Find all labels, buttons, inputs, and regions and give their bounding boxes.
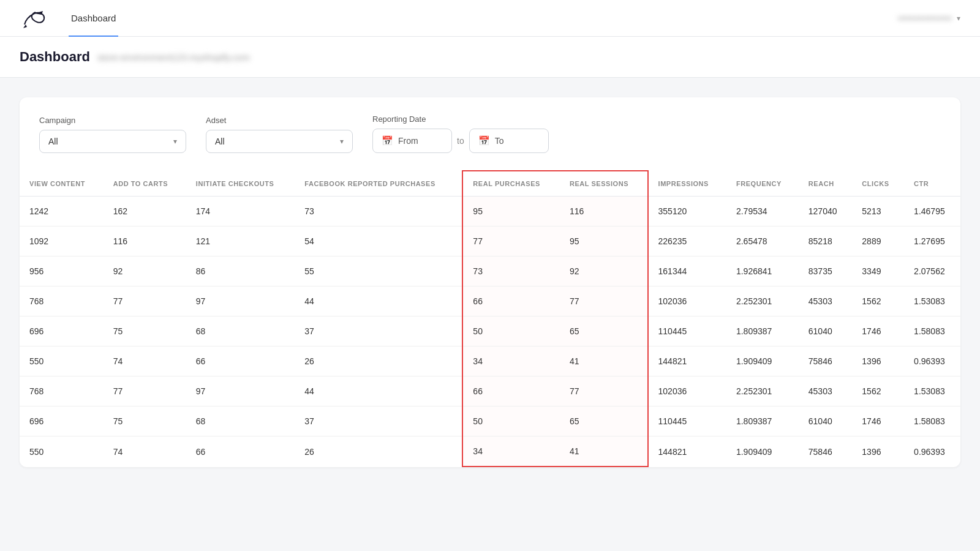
cell-r1-c1: 116	[104, 227, 186, 257]
main-content: Campaign All ▾ Adset All ▾ Reporting Dat…	[0, 78, 980, 487]
to-date-input[interactable]: 📅 To	[469, 129, 549, 153]
cell-r3-c1: 77	[104, 287, 186, 317]
cell-r7-c2: 68	[186, 407, 295, 437]
cell-r4-c4: 50	[462, 317, 560, 347]
cell-r7-c6: 110445	[648, 407, 726, 437]
cell-r6-c7: 2.252301	[726, 377, 799, 407]
cell-r0-c0: 1242	[20, 197, 104, 227]
date-inputs: 📅 From to 📅 To	[372, 129, 549, 153]
cell-r8-c9: 1396	[852, 437, 904, 467]
data-table-wrapper: VIEW CONTENTADD TO CARTSINITIATE CHECKOU…	[20, 170, 960, 467]
cell-r2-c4: 73	[462, 257, 560, 287]
cell-r3-c7: 2.252301	[726, 287, 799, 317]
col-header-1: ADD TO CARTS	[104, 171, 186, 197]
date-separator: to	[457, 136, 464, 146]
cell-r8-c8: 75846	[799, 437, 853, 467]
cell-r7-c4: 50	[462, 407, 560, 437]
cell-r7-c7: 1.809387	[726, 407, 799, 437]
campaign-value: All	[48, 137, 58, 146]
cell-r5-c7: 1.909409	[726, 347, 799, 377]
header-row: VIEW CONTENTADD TO CARTSINITIATE CHECKOU…	[20, 171, 960, 197]
cell-r4-c9: 1746	[852, 317, 904, 347]
cell-r5-c8: 75846	[799, 347, 853, 377]
cell-r6-c0: 768	[20, 377, 104, 407]
cell-r5-c0: 550	[20, 347, 104, 377]
from-date-input[interactable]: 📅 From	[372, 129, 452, 153]
table-row: 76877974466771020362.2523014530315621.53…	[20, 287, 960, 317]
cell-r1-c4: 77	[462, 227, 560, 257]
cell-r2-c5: 92	[560, 257, 648, 287]
cell-r6-c4: 66	[462, 377, 560, 407]
cell-r4-c1: 75	[104, 317, 186, 347]
to-calendar-icon: 📅	[478, 135, 490, 146]
col-header-3: FACEBOOK REPORTED PURCHASES	[295, 171, 462, 197]
cell-r3-c9: 1562	[852, 287, 904, 317]
cell-r8-c0: 550	[20, 437, 104, 467]
cell-r7-c10: 1.58083	[904, 407, 960, 437]
col-header-2: INITIATE CHECKOUTS	[186, 171, 295, 197]
cell-r2-c6: 161344	[648, 257, 726, 287]
cell-r0-c6: 355120	[648, 197, 726, 227]
cell-r0-c2: 174	[186, 197, 295, 227]
cell-r2-c3: 55	[295, 257, 462, 287]
adset-value: All	[215, 137, 225, 146]
cell-r3-c8: 45303	[799, 287, 853, 317]
col-header-4: REAL PURCHASES	[462, 171, 560, 197]
cell-r3-c3: 44	[295, 287, 462, 317]
cell-r7-c3: 37	[295, 407, 462, 437]
cell-r8-c7: 1.909409	[726, 437, 799, 467]
cell-r6-c2: 97	[186, 377, 295, 407]
table-row: 76877974466771020362.2523014530315621.53…	[20, 377, 960, 407]
filters-row: Campaign All ▾ Adset All ▾ Reporting Dat…	[39, 114, 941, 153]
logo-icon	[20, 7, 49, 29]
nav-item-dashboard[interactable]: Dashboard	[69, 0, 118, 37]
cell-r4-c6: 110445	[648, 317, 726, 347]
cell-r3-c2: 97	[186, 287, 295, 317]
campaign-arrow-icon: ▾	[173, 137, 177, 146]
cell-r6-c10: 1.53083	[904, 377, 960, 407]
cell-r8-c3: 26	[295, 437, 462, 467]
cell-r4-c7: 1.809387	[726, 317, 799, 347]
cell-r8-c1: 74	[104, 437, 186, 467]
cell-r8-c5: 41	[560, 437, 648, 467]
cell-r5-c9: 1396	[852, 347, 904, 377]
cell-r4-c0: 696	[20, 317, 104, 347]
cell-r0-c3: 73	[295, 197, 462, 227]
cell-r3-c5: 77	[560, 287, 648, 317]
cell-r7-c5: 65	[560, 407, 648, 437]
cell-r3-c10: 1.53083	[904, 287, 960, 317]
cell-r2-c10: 2.07562	[904, 257, 960, 287]
cell-r7-c8: 61040	[799, 407, 853, 437]
cell-r7-c0: 696	[20, 407, 104, 437]
cell-r3-c0: 768	[20, 287, 104, 317]
col-header-9: CLICKS	[852, 171, 904, 197]
cell-r5-c10: 0.96393	[904, 347, 960, 377]
table-row: 124216217473951163551202.795341270405213…	[20, 197, 960, 227]
top-right-user[interactable]: •••••••••••••••••• ▾	[898, 13, 960, 23]
col-header-6: IMPRESSIONS	[648, 171, 726, 197]
cell-r5-c3: 26	[295, 347, 462, 377]
cell-r0-c9: 5213	[852, 197, 904, 227]
cell-r4-c5: 65	[560, 317, 648, 347]
cell-r5-c2: 66	[186, 347, 295, 377]
cell-r1-c7: 2.65478	[726, 227, 799, 257]
col-header-10: CTR	[904, 171, 960, 197]
table-row: 69675683750651104451.8093876104017461.58…	[20, 407, 960, 437]
table-body: 124216217473951163551202.795341270405213…	[20, 197, 960, 467]
cell-r8-c6: 144821	[648, 437, 726, 467]
cell-r2-c8: 83735	[799, 257, 853, 287]
adset-select[interactable]: All ▾	[206, 130, 353, 153]
cell-r7-c1: 75	[104, 407, 186, 437]
adset-label: Adset	[206, 116, 353, 125]
table-row: 95692865573921613441.9268418373533492.07…	[20, 257, 960, 287]
cell-r3-c4: 66	[462, 287, 560, 317]
cell-r5-c6: 144821	[648, 347, 726, 377]
table-row: 69675683750651104451.8093876104017461.58…	[20, 317, 960, 347]
campaign-select[interactable]: All ▾	[39, 130, 186, 153]
adset-arrow-icon: ▾	[340, 137, 344, 146]
cell-r3-c6: 102036	[648, 287, 726, 317]
cell-r2-c7: 1.926841	[726, 257, 799, 287]
page-title: Dashboard	[20, 49, 90, 65]
from-calendar-icon: 📅	[382, 135, 393, 146]
col-header-5: REAL SESSIONS	[560, 171, 648, 197]
